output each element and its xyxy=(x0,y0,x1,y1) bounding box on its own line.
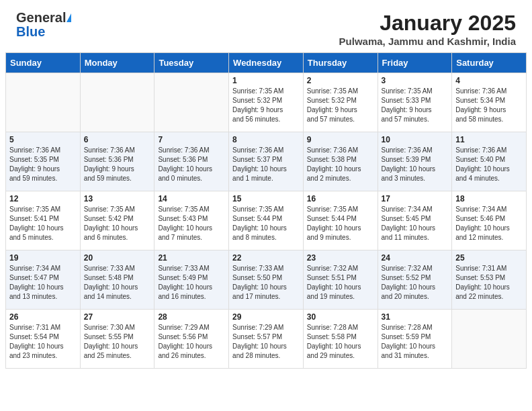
day-number: 26 xyxy=(9,312,77,322)
header-wednesday: Wednesday xyxy=(229,53,304,73)
header-friday: Friday xyxy=(378,53,452,73)
header-sunday: Sunday xyxy=(6,53,81,73)
day-info: Sunrise: 7:35 AM Sunset: 5:32 PM Dayligh… xyxy=(307,87,374,124)
page-header: General Blue January 2025 Pulwama, Jammu… xyxy=(0,0,532,52)
calendar-subtitle: Pulwama, Jammu and Kashmir, India xyxy=(339,36,516,47)
day-number: 10 xyxy=(382,135,449,144)
day-info: Sunrise: 7:35 AM Sunset: 5:44 PM Dayligh… xyxy=(307,205,374,242)
calendar-cell: 29Sunrise: 7:29 AM Sunset: 5:57 PM Dayli… xyxy=(229,310,304,369)
calendar-cell: 24Sunrise: 7:32 AM Sunset: 5:52 PM Dayli… xyxy=(378,250,452,310)
day-number: 2 xyxy=(307,76,374,85)
day-number: 29 xyxy=(232,312,300,322)
calendar-cell xyxy=(452,310,527,369)
day-number: 17 xyxy=(382,194,449,203)
calendar-cell: 4Sunrise: 7:36 AM Sunset: 5:34 PM Daylig… xyxy=(452,73,527,132)
calendar-table: Sunday Monday Tuesday Wednesday Thursday… xyxy=(5,52,527,369)
day-number: 31 xyxy=(382,312,449,322)
day-info: Sunrise: 7:35 AM Sunset: 5:33 PM Dayligh… xyxy=(382,87,449,124)
calendar-cell: 8Sunrise: 7:36 AM Sunset: 5:37 PM Daylig… xyxy=(229,132,304,191)
day-number: 28 xyxy=(158,312,225,322)
calendar-cell: 22Sunrise: 7:33 AM Sunset: 5:50 PM Dayli… xyxy=(229,250,304,310)
day-info: Sunrise: 7:29 AM Sunset: 5:56 PM Dayligh… xyxy=(158,323,225,361)
calendar-row-4: 26Sunrise: 7:31 AM Sunset: 5:54 PM Dayli… xyxy=(6,310,527,369)
calendar-cell: 7Sunrise: 7:36 AM Sunset: 5:36 PM Daylig… xyxy=(154,132,229,191)
day-info: Sunrise: 7:35 AM Sunset: 5:43 PM Dayligh… xyxy=(158,205,225,242)
header-thursday: Thursday xyxy=(303,53,378,73)
calendar-cell: 12Sunrise: 7:35 AM Sunset: 5:41 PM Dayli… xyxy=(6,191,81,250)
calendar-cell: 13Sunrise: 7:35 AM Sunset: 5:42 PM Dayli… xyxy=(80,191,154,250)
day-number: 18 xyxy=(455,194,523,203)
day-number: 11 xyxy=(455,135,523,144)
calendar-cell: 1Sunrise: 7:35 AM Sunset: 5:32 PM Daylig… xyxy=(229,73,304,132)
calendar-cell xyxy=(6,73,81,132)
day-info: Sunrise: 7:34 AM Sunset: 5:46 PM Dayligh… xyxy=(455,205,523,242)
calendar-cell: 30Sunrise: 7:28 AM Sunset: 5:58 PM Dayli… xyxy=(303,310,378,369)
day-info: Sunrise: 7:36 AM Sunset: 5:34 PM Dayligh… xyxy=(455,87,523,124)
day-number: 8 xyxy=(232,135,300,144)
day-info: Sunrise: 7:30 AM Sunset: 5:55 PM Dayligh… xyxy=(84,323,151,361)
day-info: Sunrise: 7:36 AM Sunset: 5:40 PM Dayligh… xyxy=(455,146,523,183)
calendar-cell: 28Sunrise: 7:29 AM Sunset: 5:56 PM Dayli… xyxy=(154,310,229,369)
calendar-cell: 3Sunrise: 7:35 AM Sunset: 5:33 PM Daylig… xyxy=(378,73,452,132)
day-info: Sunrise: 7:35 AM Sunset: 5:41 PM Dayligh… xyxy=(9,205,77,242)
title-block: January 2025 Pulwama, Jammu and Kashmir,… xyxy=(339,11,516,47)
day-info: Sunrise: 7:36 AM Sunset: 5:36 PM Dayligh… xyxy=(84,146,151,183)
calendar-title: January 2025 xyxy=(339,11,516,36)
logo-triangle-icon xyxy=(66,13,71,22)
calendar-cell: 31Sunrise: 7:28 AM Sunset: 5:59 PM Dayli… xyxy=(378,310,452,369)
calendar-cell: 9Sunrise: 7:36 AM Sunset: 5:38 PM Daylig… xyxy=(303,132,378,191)
day-number: 3 xyxy=(382,76,449,85)
calendar-cell: 14Sunrise: 7:35 AM Sunset: 5:43 PM Dayli… xyxy=(154,191,229,250)
day-info: Sunrise: 7:33 AM Sunset: 5:49 PM Dayligh… xyxy=(158,264,225,302)
calendar-cell: 6Sunrise: 7:36 AM Sunset: 5:36 PM Daylig… xyxy=(80,132,154,191)
calendar-row-1: 5Sunrise: 7:36 AM Sunset: 5:35 PM Daylig… xyxy=(6,132,527,191)
calendar-cell: 25Sunrise: 7:31 AM Sunset: 5:53 PM Dayli… xyxy=(452,250,527,310)
calendar-cell xyxy=(80,73,154,132)
day-number: 13 xyxy=(84,194,151,203)
day-number: 5 xyxy=(9,135,77,144)
logo-general: General xyxy=(16,10,66,25)
calendar-cell: 27Sunrise: 7:30 AM Sunset: 5:55 PM Dayli… xyxy=(80,310,154,369)
calendar-cell: 2Sunrise: 7:35 AM Sunset: 5:32 PM Daylig… xyxy=(303,73,378,132)
calendar-cell: 19Sunrise: 7:34 AM Sunset: 5:47 PM Dayli… xyxy=(6,250,81,310)
day-number: 16 xyxy=(307,194,374,203)
day-info: Sunrise: 7:28 AM Sunset: 5:59 PM Dayligh… xyxy=(382,323,449,361)
day-info: Sunrise: 7:33 AM Sunset: 5:50 PM Dayligh… xyxy=(232,264,300,302)
calendar-cell: 26Sunrise: 7:31 AM Sunset: 5:54 PM Dayli… xyxy=(6,310,81,369)
day-info: Sunrise: 7:35 AM Sunset: 5:44 PM Dayligh… xyxy=(232,205,300,242)
logo: General Blue xyxy=(16,11,71,40)
day-number: 12 xyxy=(9,194,77,203)
day-info: Sunrise: 7:36 AM Sunset: 5:35 PM Dayligh… xyxy=(9,146,77,183)
day-info: Sunrise: 7:36 AM Sunset: 5:38 PM Dayligh… xyxy=(307,146,374,183)
day-number: 7 xyxy=(158,135,225,144)
day-number: 6 xyxy=(84,135,151,144)
day-info: Sunrise: 7:31 AM Sunset: 5:53 PM Dayligh… xyxy=(455,264,523,302)
day-number: 9 xyxy=(307,135,374,144)
day-info: Sunrise: 7:32 AM Sunset: 5:52 PM Dayligh… xyxy=(382,264,449,302)
calendar-header-row: Sunday Monday Tuesday Wednesday Thursday… xyxy=(6,53,527,73)
day-number: 21 xyxy=(158,253,225,263)
day-info: Sunrise: 7:28 AM Sunset: 5:58 PM Dayligh… xyxy=(307,323,374,361)
day-info: Sunrise: 7:36 AM Sunset: 5:39 PM Dayligh… xyxy=(382,146,449,183)
calendar-cell: 16Sunrise: 7:35 AM Sunset: 5:44 PM Dayli… xyxy=(303,191,378,250)
header-tuesday: Tuesday xyxy=(154,53,229,73)
day-number: 14 xyxy=(158,194,225,203)
day-info: Sunrise: 7:36 AM Sunset: 5:37 PM Dayligh… xyxy=(232,146,300,183)
day-info: Sunrise: 7:29 AM Sunset: 5:57 PM Dayligh… xyxy=(232,323,300,361)
day-info: Sunrise: 7:36 AM Sunset: 5:36 PM Dayligh… xyxy=(158,146,225,183)
calendar-row-3: 19Sunrise: 7:34 AM Sunset: 5:47 PM Dayli… xyxy=(6,250,527,310)
calendar-cell: 18Sunrise: 7:34 AM Sunset: 5:46 PM Dayli… xyxy=(452,191,527,250)
day-number: 24 xyxy=(382,253,449,263)
calendar-cell: 20Sunrise: 7:33 AM Sunset: 5:48 PM Dayli… xyxy=(80,250,154,310)
day-info: Sunrise: 7:33 AM Sunset: 5:48 PM Dayligh… xyxy=(84,264,151,302)
day-info: Sunrise: 7:31 AM Sunset: 5:54 PM Dayligh… xyxy=(9,323,77,361)
day-number: 27 xyxy=(84,312,151,322)
calendar-cell xyxy=(154,73,229,132)
day-info: Sunrise: 7:34 AM Sunset: 5:45 PM Dayligh… xyxy=(382,205,449,242)
day-number: 4 xyxy=(455,76,523,85)
calendar-cell: 15Sunrise: 7:35 AM Sunset: 5:44 PM Dayli… xyxy=(229,191,304,250)
calendar-row-0: 1Sunrise: 7:35 AM Sunset: 5:32 PM Daylig… xyxy=(6,73,527,132)
day-number: 23 xyxy=(307,253,374,263)
calendar-cell: 10Sunrise: 7:36 AM Sunset: 5:39 PM Dayli… xyxy=(378,132,452,191)
calendar-row-2: 12Sunrise: 7:35 AM Sunset: 5:41 PM Dayli… xyxy=(6,191,527,250)
